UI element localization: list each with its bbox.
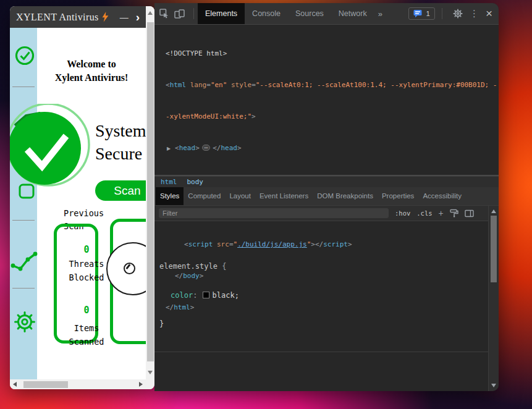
secure-check-badge [10,104,98,196]
tab-properties[interactable]: Properties [378,187,418,205]
items-count: 0 [59,305,114,316]
app-main-content: Welcome to Xylent Antivirus! System Secu… [37,28,146,379]
dom-tree-row[interactable]: <html lang="en" style="--scaleAt0:1; --s… [154,80,499,90]
scroll-down-arrow[interactable] [491,384,496,387]
dom-tree-row-head[interactable]: ▶<head>⋯</head> [154,143,499,154]
tab-console[interactable]: Console [245,3,288,24]
styles-scrollbar[interactable] [488,206,499,391]
style-rule-element[interactable]: element.style { color: black; } [154,240,488,352]
sidebar-divider [12,86,35,87]
tab-network[interactable]: Network [331,3,374,24]
styles-scroll-thumb[interactable] [491,216,497,282]
tab-elements[interactable]: Elements [198,3,245,24]
tab-styles[interactable]: Styles [156,187,184,205]
app-horizontal-scrollbar[interactable] [10,379,146,389]
tab-sources[interactable]: Sources [288,3,331,24]
devtools-menu-icon[interactable]: ⋮ [470,8,479,19]
panel-toggle-icon[interactable] [465,209,474,217]
app-vertical-scrollbar[interactable] [146,6,154,379]
filter-input[interactable] [159,208,389,218]
issues-bubble-icon [413,9,423,18]
more-tabs-icon[interactable]: » [374,9,386,19]
device-toolbar-icon[interactable] [174,9,185,19]
items-label: Scanned [59,337,114,347]
pseudo-state-toggle[interactable]: :hov [395,209,410,217]
toolbar-divider [193,8,194,19]
tab-dom-breakpoints[interactable]: DOM Breakpoints [313,187,378,205]
items-label: Items [59,323,114,333]
desktop-wallpaper: XYLENT Antivirus — › [0,0,532,409]
tab-layout[interactable]: Layout [225,187,255,205]
devtools-close-icon[interactable]: × [486,7,492,20]
devtools-window: Elements Console Sources Network » 1 [154,3,499,391]
breadcrumb: html body [154,176,499,187]
scroll-right-arrow[interactable] [139,382,143,387]
protection-check-icon[interactable] [15,46,35,65]
window-chevron-button[interactable]: › [136,8,140,27]
issues-counter[interactable]: 1 [408,7,434,20]
threats-count: 0 [59,244,114,255]
app-titlebar[interactable]: XYLENT Antivirus — › [10,6,146,28]
issues-count: 1 [426,10,429,17]
breadcrumb-html[interactable]: html [161,178,177,186]
inspect-element-icon[interactable] [159,9,169,19]
styles-filter-bar: :hov .cls + [154,206,488,221]
breadcrumb-body[interactable]: body [187,178,204,186]
sidebar-divider [12,220,35,221]
app-title: XYLENT Antivirus [16,12,99,23]
toolbar-divider [442,8,442,19]
scroll-up-arrow[interactable] [491,209,496,213]
tab-accessibility[interactable]: Accessibility [418,187,466,205]
system-status-text: System Secure [95,119,146,165]
tab-event-listeners[interactable]: Event Listeners [255,187,313,205]
class-toggle[interactable]: .cls [416,209,432,217]
tab-computed[interactable]: Computed [184,187,225,205]
new-style-rule-button[interactable]: + [439,210,444,216]
dom-tree: <!DOCTYPE html> <html lang="en" style="-… [154,25,499,176]
styles-tab-bar: Styles Computed Layout Event Listeners D… [154,187,499,206]
settings-gear-icon[interactable] [14,311,36,333]
scroll-up-arrow[interactable] [148,11,153,15]
horizontal-scroll-thumb[interactable] [23,381,68,388]
dom-tree-row[interactable]: <!DOCTYPE html> [154,48,499,59]
scan-button[interactable]: Scan [95,180,146,201]
rendering-emulation-icon[interactable] [450,209,458,217]
scroll-down-arrow[interactable] [148,371,153,374]
vertical-scroll-thumb[interactable] [147,22,154,361]
minimize-button[interactable]: — [116,12,133,22]
welcome-heading: Welcome to Xylent Antivirus! [37,57,146,85]
devtools-toolbar: Elements Console Sources Network » 1 [154,3,499,25]
threats-label: Blocked [59,272,114,282]
devtools-settings-gear-icon[interactable] [453,9,463,19]
scrollbar-corner [146,379,154,389]
styles-pane: element.style { color: black; } body {in… [154,221,488,391]
sidebar-divider [12,288,35,289]
scan-history-chart-icon[interactable] [11,248,38,273]
scroll-left-arrow[interactable] [13,382,17,387]
xylent-antivirus-window: XYLENT Antivirus — › [10,6,154,389]
dom-tree-row[interactable]: -xylentModeUI:white;"> [154,111,499,122]
style-rule-body[interactable]: body {index.html:11 margin: ▸ 0px !impor… [154,371,488,392]
lightning-icon [102,12,109,22]
